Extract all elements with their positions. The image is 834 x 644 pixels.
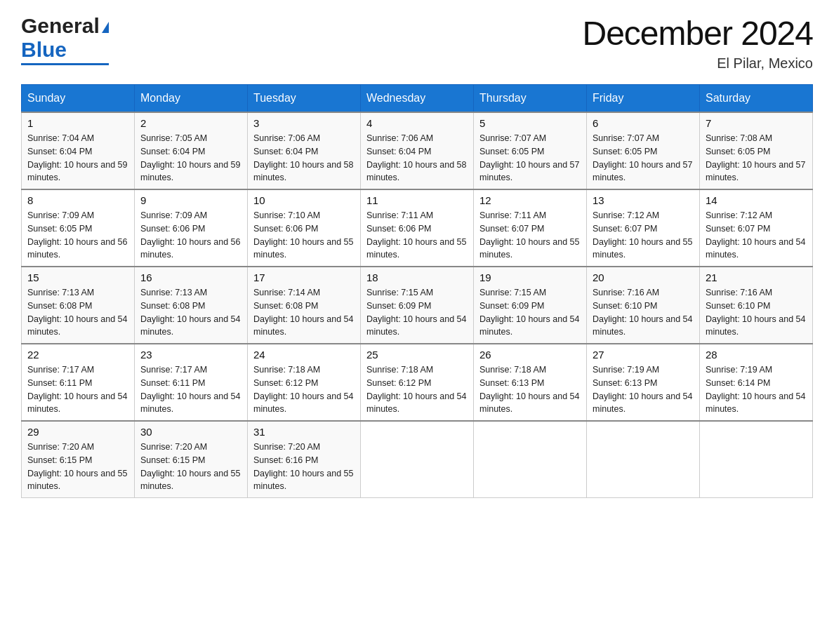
sunset-label: Sunset: 6:10 PM (706, 301, 770, 311)
day-number: 24 (253, 349, 355, 361)
sunset-label: Sunset: 6:13 PM (479, 378, 544, 388)
sunset-label: Sunset: 6:16 PM (253, 455, 318, 465)
calendar-table: Sunday Monday Tuesday Wednesday Thursday… (21, 84, 813, 498)
logo-triangle-icon (102, 22, 109, 33)
day-info: Sunrise: 7:10 AM Sunset: 6:06 PM Dayligh… (253, 209, 355, 262)
daylight-label: Daylight: 10 hours and 56 minutes. (140, 237, 240, 260)
daylight-label: Daylight: 10 hours and 57 minutes. (706, 160, 805, 183)
calendar-cell: 19 Sunrise: 7:15 AM Sunset: 6:09 PM Dayl… (474, 267, 587, 344)
daylight-label: Daylight: 10 hours and 59 minutes. (140, 160, 240, 183)
day-number: 19 (479, 271, 581, 283)
sunset-label: Sunset: 6:10 PM (593, 301, 657, 311)
daylight-label: Daylight: 10 hours and 54 minutes. (593, 391, 692, 415)
sunrise-label: Sunrise: 7:04 AM (27, 133, 94, 143)
calendar-cell: 7 Sunrise: 7:08 AM Sunset: 6:05 PM Dayli… (700, 112, 813, 189)
calendar-cell: 28 Sunrise: 7:19 AM Sunset: 6:14 PM Dayl… (700, 344, 813, 421)
daylight-label: Daylight: 10 hours and 54 minutes. (140, 314, 240, 337)
sunset-label: Sunset: 6:07 PM (593, 224, 657, 234)
sunrise-label: Sunrise: 7:08 AM (706, 133, 772, 143)
calendar-cell: 10 Sunrise: 7:10 AM Sunset: 6:06 PM Dayl… (248, 189, 361, 267)
day-number: 1 (27, 117, 128, 129)
day-info: Sunrise: 7:06 AM Sunset: 6:04 PM Dayligh… (253, 132, 355, 185)
day-number: 29 (27, 426, 128, 438)
sunset-label: Sunset: 6:06 PM (140, 224, 205, 234)
daylight-label: Daylight: 10 hours and 55 minutes. (27, 469, 127, 492)
daylight-label: Daylight: 10 hours and 54 minutes. (253, 391, 353, 415)
sunrise-label: Sunrise: 7:13 AM (140, 288, 207, 297)
day-info: Sunrise: 7:09 AM Sunset: 6:05 PM Dayligh… (27, 209, 128, 262)
sunrise-label: Sunrise: 7:19 AM (593, 365, 659, 375)
calendar-cell: 27 Sunrise: 7:19 AM Sunset: 6:13 PM Dayl… (587, 344, 700, 421)
sunset-label: Sunset: 6:15 PM (27, 455, 92, 465)
header-tuesday: Tuesday (248, 85, 361, 113)
calendar-week-row: 8 Sunrise: 7:09 AM Sunset: 6:05 PM Dayli… (22, 189, 813, 267)
calendar-cell: 13 Sunrise: 7:12 AM Sunset: 6:07 PM Dayl… (587, 189, 700, 267)
month-title: December 2024 (582, 14, 813, 53)
daylight-label: Daylight: 10 hours and 54 minutes. (366, 391, 466, 415)
calendar-cell: 14 Sunrise: 7:12 AM Sunset: 6:07 PM Dayl… (700, 189, 813, 267)
sunrise-label: Sunrise: 7:12 AM (593, 210, 659, 220)
day-number: 21 (706, 271, 807, 283)
sunset-label: Sunset: 6:04 PM (253, 147, 318, 156)
sunset-label: Sunset: 6:08 PM (253, 301, 318, 311)
calendar-cell: 20 Sunrise: 7:16 AM Sunset: 6:10 PM Dayl… (587, 267, 700, 344)
day-number: 22 (27, 349, 128, 361)
daylight-label: Daylight: 10 hours and 54 minutes. (479, 391, 579, 415)
day-number: 6 (593, 117, 694, 129)
day-info: Sunrise: 7:17 AM Sunset: 6:11 PM Dayligh… (27, 363, 128, 416)
day-number: 17 (253, 271, 355, 283)
sunrise-label: Sunrise: 7:15 AM (366, 288, 433, 297)
daylight-label: Daylight: 10 hours and 54 minutes. (706, 237, 805, 260)
calendar-cell: 5 Sunrise: 7:07 AM Sunset: 6:05 PM Dayli… (474, 112, 587, 189)
header-thursday: Thursday (474, 85, 587, 113)
day-number: 11 (366, 194, 468, 206)
day-number: 13 (593, 194, 694, 206)
calendar-week-row: 1 Sunrise: 7:04 AM Sunset: 6:04 PM Dayli… (22, 112, 813, 189)
calendar-cell: 22 Sunrise: 7:17 AM Sunset: 6:11 PM Dayl… (22, 344, 135, 421)
day-info: Sunrise: 7:15 AM Sunset: 6:09 PM Dayligh… (366, 286, 468, 339)
day-info: Sunrise: 7:07 AM Sunset: 6:05 PM Dayligh… (479, 132, 581, 185)
day-info: Sunrise: 7:14 AM Sunset: 6:08 PM Dayligh… (253, 286, 355, 339)
day-info: Sunrise: 7:11 AM Sunset: 6:06 PM Dayligh… (366, 209, 468, 262)
sunrise-label: Sunrise: 7:09 AM (27, 210, 94, 220)
day-info: Sunrise: 7:18 AM Sunset: 6:12 PM Dayligh… (253, 363, 355, 416)
sunset-label: Sunset: 6:05 PM (593, 147, 657, 156)
calendar-cell: 6 Sunrise: 7:07 AM Sunset: 6:05 PM Dayli… (587, 112, 700, 189)
sunset-label: Sunset: 6:12 PM (366, 378, 431, 388)
day-number: 4 (366, 117, 468, 129)
calendar-week-row: 15 Sunrise: 7:13 AM Sunset: 6:08 PM Dayl… (22, 267, 813, 344)
header-monday: Monday (135, 85, 248, 113)
day-info: Sunrise: 7:04 AM Sunset: 6:04 PM Dayligh… (27, 132, 128, 185)
sunset-label: Sunset: 6:04 PM (366, 147, 431, 156)
day-info: Sunrise: 7:09 AM Sunset: 6:06 PM Dayligh… (140, 209, 241, 262)
calendar-cell: 23 Sunrise: 7:17 AM Sunset: 6:11 PM Dayl… (135, 344, 248, 421)
sunrise-label: Sunrise: 7:06 AM (366, 133, 433, 143)
day-number: 30 (140, 426, 241, 438)
calendar-cell: 25 Sunrise: 7:18 AM Sunset: 6:12 PM Dayl… (361, 344, 474, 421)
daylight-label: Daylight: 10 hours and 54 minutes. (27, 391, 127, 415)
sunrise-label: Sunrise: 7:14 AM (253, 288, 320, 297)
sunset-label: Sunset: 6:04 PM (140, 147, 205, 156)
calendar-cell: 17 Sunrise: 7:14 AM Sunset: 6:08 PM Dayl… (248, 267, 361, 344)
day-info: Sunrise: 7:11 AM Sunset: 6:07 PM Dayligh… (479, 209, 581, 262)
sunset-label: Sunset: 6:06 PM (253, 224, 318, 234)
sunrise-label: Sunrise: 7:09 AM (140, 210, 207, 220)
sunset-label: Sunset: 6:12 PM (253, 378, 318, 388)
day-info: Sunrise: 7:12 AM Sunset: 6:07 PM Dayligh… (593, 209, 694, 262)
calendar-cell: 21 Sunrise: 7:16 AM Sunset: 6:10 PM Dayl… (700, 267, 813, 344)
daylight-label: Daylight: 10 hours and 55 minutes. (593, 237, 692, 260)
sunset-label: Sunset: 6:13 PM (593, 378, 657, 388)
header-friday: Friday (587, 85, 700, 113)
calendar-cell: 3 Sunrise: 7:06 AM Sunset: 6:04 PM Dayli… (248, 112, 361, 189)
header-sunday: Sunday (22, 85, 135, 113)
sunset-label: Sunset: 6:05 PM (706, 147, 770, 156)
title-area: December 2024 El Pilar, Mexico (582, 14, 813, 72)
day-number: 3 (253, 117, 355, 129)
sunrise-label: Sunrise: 7:13 AM (27, 288, 94, 297)
sunrise-label: Sunrise: 7:20 AM (27, 442, 94, 452)
day-number: 10 (253, 194, 355, 206)
day-info: Sunrise: 7:06 AM Sunset: 6:04 PM Dayligh… (366, 132, 468, 185)
calendar-week-row: 29 Sunrise: 7:20 AM Sunset: 6:15 PM Dayl… (22, 421, 813, 498)
day-number: 20 (593, 271, 694, 283)
sunrise-label: Sunrise: 7:12 AM (706, 210, 772, 220)
